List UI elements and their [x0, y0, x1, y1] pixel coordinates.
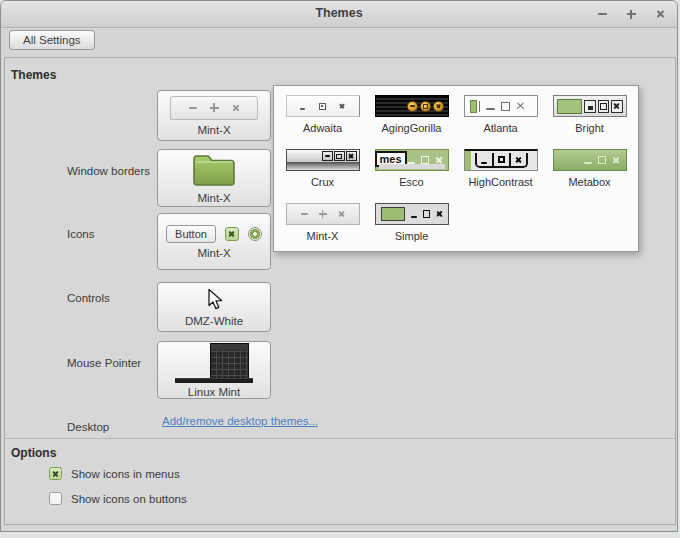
row-label-controls: Controls	[67, 292, 110, 304]
checkbox-icon[interactable]	[49, 467, 62, 480]
section-divider	[5, 438, 675, 439]
theme-option-mintx[interactable]: Mint-X	[278, 200, 367, 254]
atlanta-titlebar-thumbnail	[464, 95, 538, 117]
close-icon[interactable]	[653, 7, 667, 21]
row-label-icons: Icons	[67, 228, 95, 240]
close-icon	[232, 104, 240, 112]
screen: Themes All Settings Themes Window border…	[0, 0, 680, 538]
window-title: Themes	[1, 6, 677, 20]
maximize-icon[interactable]	[624, 7, 638, 21]
theme-option-adwaita[interactable]: Adwaita	[278, 92, 367, 146]
theme-option-aginggorilla[interactable]: AgingGorilla	[367, 92, 456, 146]
cursor-icon	[204, 288, 224, 311]
minimize-icon	[189, 107, 197, 109]
theme-option-crux[interactable]: Crux	[278, 146, 367, 200]
desktop-preview-icon	[172, 343, 256, 385]
preview-checkbox-icon	[225, 227, 239, 241]
folder-icon	[191, 152, 237, 188]
row-label-window-borders: Window borders	[67, 165, 150, 177]
option-show-icons-in-menus[interactable]: Show icons in menus	[49, 467, 180, 480]
coin-minimize-icon	[407, 101, 418, 112]
option-label[interactable]: Show icons in menus	[71, 468, 180, 480]
option-show-icons-on-buttons[interactable]: Show icons on buttons	[49, 492, 187, 505]
all-settings-button[interactable]: All Settings	[9, 30, 95, 50]
coin-maximize-icon	[420, 101, 431, 112]
window-border-theme-picker: Adwaita AgingGorilla Atlanta	[273, 85, 639, 252]
coin-close-icon	[433, 101, 444, 112]
maximize-icon	[210, 103, 219, 112]
theme-option-atlanta[interactable]: Atlanta	[456, 92, 545, 146]
desktop-theme-button[interactable]: Linux Mint	[157, 341, 271, 399]
themes-section-header: Themes	[11, 68, 56, 82]
mintx-titlebar-preview	[170, 96, 258, 120]
window-controls	[595, 1, 667, 27]
icons-theme-button[interactable]: Mint-X	[157, 149, 271, 207]
theme-option-metabox[interactable]: Metabox	[545, 146, 634, 200]
preview-button: Button	[166, 225, 216, 243]
theme-option-highcontrast[interactable]: HighContrast	[456, 146, 545, 200]
controls-preview: Button	[166, 225, 262, 243]
controls-theme-value: Mint-X	[197, 247, 230, 259]
desktop-background-strip	[0, 532, 680, 538]
mintx-titlebar-thumbnail	[286, 203, 360, 225]
themes-window: Themes All Settings Themes Window border…	[0, 0, 678, 532]
esco-titlebar-thumbnail: mes	[375, 149, 449, 171]
add-remove-themes-link[interactable]: Add/remove desktop themes...	[140, 415, 340, 427]
crux-titlebar-thumbnail	[286, 149, 360, 171]
icons-theme-value: Mint-X	[197, 192, 230, 204]
simple-titlebar-thumbnail	[375, 203, 449, 225]
adwaita-titlebar-thumbnail	[286, 95, 360, 117]
highcontrast-titlebar-thumbnail	[464, 149, 538, 171]
aginggorilla-titlebar-thumbnail	[375, 95, 449, 117]
bright-titlebar-thumbnail	[553, 95, 627, 117]
window-borders-theme-value: Mint-X	[197, 124, 230, 136]
mouse-pointer-theme-value: DMZ-White	[185, 315, 243, 327]
metabox-titlebar-thumbnail	[553, 149, 627, 171]
checkbox-icon[interactable]	[49, 492, 62, 505]
theme-option-simple[interactable]: Simple	[367, 200, 456, 254]
options-section-header: Options	[11, 446, 56, 460]
window-borders-theme-button[interactable]: Mint-X	[157, 90, 271, 141]
minimize-icon[interactable]	[595, 7, 609, 21]
mouse-pointer-theme-button[interactable]: DMZ-White	[157, 282, 271, 332]
preview-radio-icon	[248, 227, 262, 241]
row-label-mouse-pointer: Mouse Pointer	[67, 357, 141, 369]
theme-option-bright[interactable]: Bright	[545, 92, 634, 146]
row-label-desktop: Desktop	[67, 421, 109, 433]
theme-option-esco[interactable]: mes Esco	[367, 146, 456, 200]
titlebar: Themes	[1, 1, 677, 28]
controls-theme-button[interactable]: Button Mint-X	[157, 213, 271, 270]
desktop-theme-value: Linux Mint	[188, 386, 240, 398]
option-label[interactable]: Show icons on buttons	[71, 493, 187, 505]
